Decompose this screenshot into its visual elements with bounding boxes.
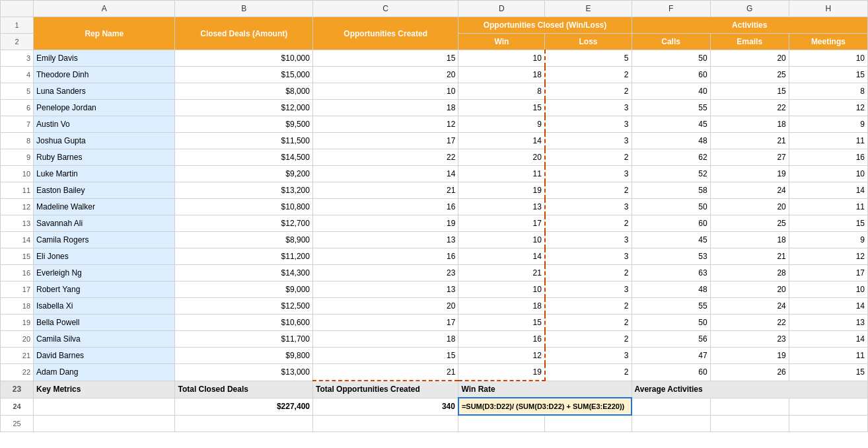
calls-cell[interactable]: 50 [632,50,710,67]
meetings-cell[interactable]: 11 [789,348,867,364]
win-cell[interactable]: 8 [458,83,545,100]
calls-cell[interactable]: 60 [632,67,710,83]
meetings-cell[interactable]: 14 [789,298,867,315]
win-cell[interactable]: 21 [458,265,545,281]
amount-cell[interactable]: $9,500 [175,116,313,133]
calls-cell[interactable]: 56 [632,331,710,348]
opp-cell[interactable]: 23 [312,265,458,281]
meetings-cell[interactable]: 14 [789,331,867,348]
col-e-header[interactable]: E [545,1,632,17]
meetings-cell[interactable]: 8 [789,83,867,100]
loss-cell[interactable]: 5 [545,50,632,67]
meetings-cell[interactable]: 11 [789,133,867,149]
rep-name-cell[interactable]: Eli Jones [34,248,175,265]
amount-cell[interactable]: $11,500 [175,133,313,149]
rep-name-cell[interactable]: Joshua Gupta [34,133,175,149]
win-cell[interactable]: 20 [458,149,545,166]
meetings-cell[interactable]: 15 [789,67,867,83]
calls-cell[interactable]: 47 [632,348,710,364]
emails-cell[interactable]: 22 [710,315,789,331]
opp-cell[interactable]: 12 [312,116,458,133]
emails-cell[interactable]: 22 [710,100,789,116]
calls-cell[interactable]: 52 [632,166,710,182]
rep-name-cell[interactable]: Madeline Walker [34,199,175,215]
amount-cell[interactable]: $14,300 [175,265,313,281]
win-cell[interactable]: 19 [458,182,545,199]
emails-cell[interactable]: 26 [710,364,789,381]
win-cell[interactable]: 12 [458,348,545,364]
win-cell[interactable]: 10 [458,50,545,67]
rep-name-cell[interactable]: Isabella Xi [34,298,175,315]
col-a-header[interactable]: A [34,1,175,17]
rep-name-cell[interactable]: Penelope Jordan [34,100,175,116]
opp-cell[interactable]: 18 [312,331,458,348]
loss-cell[interactable]: 2 [545,265,632,281]
opp-cell[interactable]: 16 [312,248,458,265]
col-h-header[interactable]: H [789,1,867,17]
calls-cell[interactable]: 45 [632,116,710,133]
loss-cell[interactable]: 2 [545,331,632,348]
amount-cell[interactable]: $13,000 [175,364,313,381]
rep-name-cell[interactable]: Robert Yang [34,281,175,298]
calls-cell[interactable]: 62 [632,149,710,166]
opp-cell[interactable]: 17 [312,315,458,331]
emails-cell[interactable]: 20 [710,50,789,67]
amount-cell[interactable]: $10,000 [175,50,313,67]
meetings-cell[interactable]: 9 [789,232,867,248]
loss-cell[interactable]: 2 [545,298,632,315]
formula-cell[interactable]: =SUM(D3:D22)/ (SUM(D3:D22) + SUM(E3:E220… [458,398,632,415]
loss-cell[interactable]: 2 [545,215,632,232]
rep-name-cell[interactable]: Luke Martin [34,166,175,182]
opp-cell[interactable]: 15 [312,50,458,67]
opp-cell[interactable]: 15 [312,348,458,364]
meetings-cell[interactable]: 12 [789,100,867,116]
win-cell[interactable]: 9 [458,116,545,133]
calls-cell[interactable]: 48 [632,133,710,149]
col-f-header[interactable]: F [632,1,710,17]
calls-cell[interactable]: 60 [632,215,710,232]
meetings-cell[interactable]: 14 [789,182,867,199]
calls-cell[interactable]: 58 [632,182,710,199]
win-cell[interactable]: 17 [458,215,545,232]
opp-cell[interactable]: 14 [312,166,458,182]
loss-cell[interactable]: 2 [545,315,632,331]
emails-cell[interactable]: 18 [710,116,789,133]
meetings-cell[interactable]: 17 [789,265,867,281]
opp-cell[interactable]: 19 [312,215,458,232]
amount-cell[interactable]: $10,600 [175,315,313,331]
meetings-cell[interactable]: 13 [789,315,867,331]
loss-cell[interactable]: 3 [545,199,632,215]
emails-cell[interactable]: 20 [710,281,789,298]
amount-cell[interactable]: $12,000 [175,100,313,116]
loss-cell[interactable]: 3 [545,348,632,364]
rep-name-cell[interactable]: Camila Rogers [34,232,175,248]
loss-cell[interactable]: 2 [545,83,632,100]
meetings-cell[interactable]: 10 [789,166,867,182]
rep-name-cell[interactable]: Adam Dang [34,364,175,381]
win-cell[interactable]: 10 [458,281,545,298]
win-cell[interactable]: 13 [458,199,545,215]
col-d-header[interactable]: D [458,1,545,17]
calls-cell[interactable]: 50 [632,199,710,215]
opp-cell[interactable]: 21 [312,364,458,381]
emails-cell[interactable]: 19 [710,348,789,364]
calls-cell[interactable]: 50 [632,315,710,331]
rep-name-cell[interactable]: Luna Sanders [34,83,175,100]
win-cell[interactable]: 19 [458,364,545,381]
rep-name-cell[interactable]: David Barnes [34,348,175,364]
calls-cell[interactable]: 48 [632,281,710,298]
amount-cell[interactable]: $8,900 [175,232,313,248]
emails-cell[interactable]: 24 [710,182,789,199]
emails-cell[interactable]: 28 [710,265,789,281]
col-c-header[interactable]: C [312,1,458,17]
calls-cell[interactable]: 63 [632,265,710,281]
win-cell[interactable]: 15 [458,315,545,331]
col-g-header[interactable]: G [710,1,789,17]
meetings-cell[interactable]: 9 [789,116,867,133]
amount-cell[interactable]: $12,500 [175,298,313,315]
calls-cell[interactable]: 55 [632,298,710,315]
rep-name-cell[interactable]: Everleigh Ng [34,265,175,281]
loss-cell[interactable]: 3 [545,248,632,265]
opp-cell[interactable]: 10 [312,83,458,100]
opp-cell[interactable]: 13 [312,281,458,298]
